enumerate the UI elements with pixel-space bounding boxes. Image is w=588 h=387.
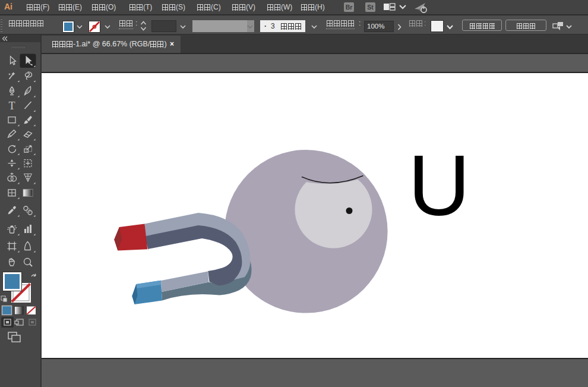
svg-text:T: T [9,100,15,112]
svg-text:U: U [408,137,470,234]
